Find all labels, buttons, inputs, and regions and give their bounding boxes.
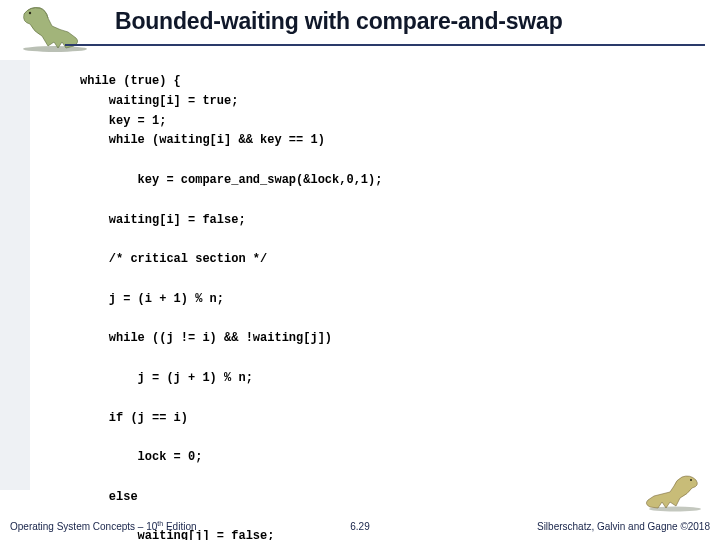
code-block: while (true) { waiting[i] = true; key = … — [80, 72, 680, 540]
sidebar-stripe — [0, 60, 30, 490]
footer-copyright: Silberschatz, Galvin and Gagne ©2018 — [537, 521, 710, 532]
svg-point-0 — [23, 46, 87, 52]
slide-footer: Operating System Concepts – 10th Edition… — [0, 508, 720, 540]
slide-header: Bounded-waiting with compare-and-swap — [0, 0, 720, 60]
svg-point-3 — [690, 479, 692, 481]
svg-point-1 — [29, 12, 31, 14]
title-underline — [65, 44, 705, 46]
dinosaur-logo-right-icon — [640, 472, 710, 512]
slide-title: Bounded-waiting with compare-and-swap — [115, 8, 715, 35]
